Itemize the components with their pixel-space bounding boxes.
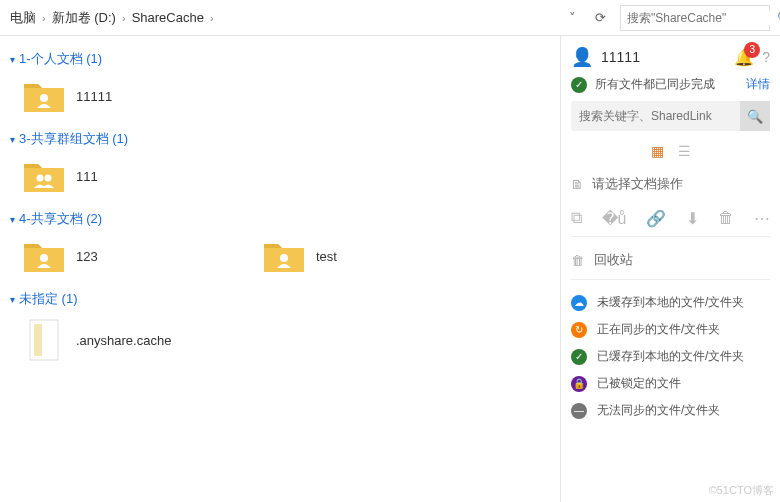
item-label: 11111 bbox=[76, 89, 112, 104]
legend-dot: ☁ bbox=[571, 295, 587, 311]
breadcrumb: 电脑›新加卷 (D:)›ShareCache› bbox=[4, 9, 214, 27]
recycle-label: 回收站 bbox=[594, 251, 633, 269]
svg-point-4 bbox=[280, 254, 288, 262]
search-box[interactable]: 🔍 bbox=[620, 5, 770, 31]
folder-icon bbox=[262, 238, 306, 274]
file-item[interactable]: .anyshare.cache bbox=[22, 318, 222, 362]
group-header[interactable]: ▾4-共享文档 (2) bbox=[10, 204, 550, 234]
file-icon bbox=[22, 318, 66, 362]
chevron-down-icon: ▾ bbox=[10, 294, 15, 305]
delete-button[interactable]: 🗑 bbox=[718, 209, 734, 228]
group-header[interactable]: ▾未指定 (1) bbox=[10, 284, 550, 314]
legend-item: ☁未缓存到本地的文件/文件夹 bbox=[571, 294, 770, 311]
legend-text: 已缓存到本地的文件/文件夹 bbox=[597, 348, 744, 365]
watermark: ©51CTO博客 bbox=[709, 483, 774, 498]
item-label: .anyshare.cache bbox=[76, 333, 171, 348]
legend-dot: ✓ bbox=[571, 349, 587, 365]
legend-text: 无法同步的文件/文件夹 bbox=[597, 402, 720, 419]
trash-icon: 🗑 bbox=[571, 253, 584, 268]
crumb[interactable]: 电脑 bbox=[4, 9, 42, 27]
status-icon: ✓ bbox=[571, 77, 587, 93]
group-label: 未指定 (1) bbox=[19, 290, 78, 308]
legend-item: 🔒已被锁定的文件 bbox=[571, 375, 770, 392]
legend-dot: 🔒 bbox=[571, 376, 587, 392]
panel-search: 🔍 bbox=[571, 101, 770, 131]
file-item[interactable]: 11111 bbox=[22, 78, 222, 114]
document-icon: 🗎 bbox=[571, 177, 584, 192]
recycle-bin[interactable]: 🗑 回收站 bbox=[571, 245, 770, 280]
search-input[interactable] bbox=[627, 11, 777, 25]
file-item[interactable]: 111 bbox=[22, 158, 222, 194]
refresh-button[interactable]: ⟳ bbox=[586, 4, 614, 32]
folder-icon bbox=[22, 78, 66, 114]
toolbar: 电脑›新加卷 (D:)›ShareCache› ˅ ⟳ 🔍 bbox=[0, 0, 780, 36]
svg-point-3 bbox=[40, 254, 48, 262]
detail-link[interactable]: 详情 bbox=[746, 76, 770, 93]
chevron-down-icon: ▾ bbox=[10, 54, 15, 65]
legend-dot: — bbox=[571, 403, 587, 419]
list-view-button[interactable]: ☰ bbox=[678, 143, 691, 159]
download-button[interactable]: ⬇ bbox=[686, 209, 699, 228]
file-item[interactable]: 123 bbox=[22, 238, 222, 274]
chevron-down-icon: ▾ bbox=[10, 214, 15, 225]
group-header[interactable]: ▾1-个人文档 (1) bbox=[10, 44, 550, 74]
grid-view-button[interactable]: ▦ bbox=[651, 143, 664, 159]
svg-point-2 bbox=[45, 175, 52, 182]
legend-text: 未缓存到本地的文件/文件夹 bbox=[597, 294, 744, 311]
svg-rect-6 bbox=[34, 324, 42, 356]
svg-point-1 bbox=[37, 175, 44, 182]
notification-badge: 3 bbox=[744, 42, 760, 58]
user-icon: 👤 bbox=[571, 46, 593, 68]
notifications-button[interactable]: 🔔3 bbox=[734, 48, 754, 67]
legend-item: ✓已缓存到本地的文件/文件夹 bbox=[571, 348, 770, 365]
hint-text: 请选择文档操作 bbox=[592, 175, 683, 193]
legend: ☁未缓存到本地的文件/文件夹↻正在同步的文件/文件夹✓已缓存到本地的文件/文件夹… bbox=[571, 288, 770, 419]
dropdown-button[interactable]: ˅ bbox=[558, 4, 586, 32]
chevron-down-icon: ▾ bbox=[10, 134, 15, 145]
crumb[interactable]: ShareCache bbox=[126, 10, 210, 25]
item-label: test bbox=[316, 249, 337, 264]
legend-text: 正在同步的文件/文件夹 bbox=[597, 321, 720, 338]
group-label: 1-个人文档 (1) bbox=[19, 50, 102, 68]
item-label: 123 bbox=[76, 249, 98, 264]
panel-title: 11111 bbox=[601, 49, 726, 65]
status-text: 所有文件都已同步完成 bbox=[595, 76, 738, 93]
panel-search-button[interactable]: 🔍 bbox=[740, 101, 770, 131]
crumb[interactable]: 新加卷 (D:) bbox=[46, 9, 122, 27]
legend-dot: ↻ bbox=[571, 322, 587, 338]
svg-point-0 bbox=[40, 94, 48, 102]
file-pane: ▾1-个人文档 (1)11111▾3-共享群组文档 (1)111▾4-共享文档 … bbox=[0, 36, 560, 502]
legend-item: —无法同步的文件/文件夹 bbox=[571, 402, 770, 419]
more-button[interactable]: ⋯ bbox=[754, 209, 770, 228]
legend-text: 已被锁定的文件 bbox=[597, 375, 681, 392]
help-button[interactable]: ? bbox=[762, 49, 770, 65]
share-button[interactable]: �ů bbox=[602, 209, 627, 228]
chevron-right-icon: › bbox=[210, 12, 214, 24]
side-panel: 👤 11111 🔔3 ? ✓ 所有文件都已同步完成 详情 🔍 ▦ ☰ 🗎 请选择… bbox=[560, 36, 780, 502]
folder-icon bbox=[22, 238, 66, 274]
copy-button[interactable]: ⧉ bbox=[571, 209, 582, 228]
panel-search-input[interactable] bbox=[571, 109, 740, 123]
group-header[interactable]: ▾3-共享群组文档 (1) bbox=[10, 124, 550, 154]
folder-icon bbox=[22, 158, 66, 194]
legend-item: ↻正在同步的文件/文件夹 bbox=[571, 321, 770, 338]
link-button[interactable]: 🔗 bbox=[646, 209, 666, 228]
group-label: 4-共享文档 (2) bbox=[19, 210, 102, 228]
group-label: 3-共享群组文档 (1) bbox=[19, 130, 128, 148]
item-label: 111 bbox=[76, 169, 98, 184]
file-item[interactable]: test bbox=[262, 238, 462, 274]
